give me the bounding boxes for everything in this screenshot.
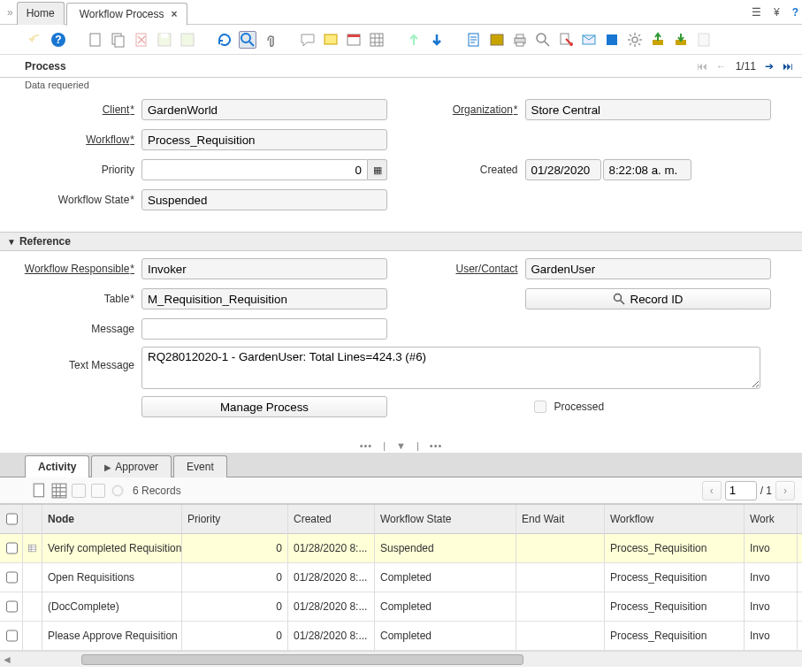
more-icon-left[interactable]: ••• (360, 440, 373, 451)
gear-icon[interactable] (626, 31, 644, 49)
svg-point-12 (241, 34, 250, 42)
collapse-down-icon[interactable]: ¥ (774, 6, 780, 19)
cell-created: 01/28/2020 8:... (288, 592, 375, 621)
attachment-icon[interactable] (262, 31, 279, 49)
table-field[interactable] (141, 288, 387, 309)
message-field[interactable] (141, 318, 387, 340)
col-header-endwait[interactable]: End Wait (516, 505, 605, 533)
record-counter: 1/11 (736, 60, 756, 73)
label-client[interactable]: Client* (18, 103, 141, 116)
refresh-icon[interactable] (216, 31, 233, 49)
table-row[interactable]: Verify completed Requisition001/28/2020 … (0, 534, 802, 563)
detail-edit-icon[interactable] (51, 483, 67, 499)
search-icon[interactable] (239, 31, 256, 49)
label-organization[interactable]: Organization* (401, 103, 525, 116)
row-edit-icon[interactable] (23, 534, 42, 562)
client-field[interactable] (141, 99, 387, 120)
svg-point-27 (632, 37, 638, 42)
child-icon[interactable] (428, 31, 446, 49)
collapse-triangle-icon[interactable]: ▼ (7, 237, 16, 247)
record-count-label: 6 Records (133, 485, 181, 497)
row-edit-icon[interactable] (23, 592, 42, 621)
print-icon[interactable] (511, 31, 529, 49)
row-checkbox[interactable] (0, 534, 23, 562)
grid-icon[interactable] (368, 31, 386, 49)
tab-home[interactable]: Home (17, 2, 65, 25)
cell-state: Suspended (375, 534, 516, 562)
product-icon[interactable] (603, 31, 621, 49)
first-record-icon: ⏮ (697, 60, 707, 73)
row-checkbox[interactable] (0, 622, 23, 650)
reference-section-header[interactable]: ▼ Reference (0, 232, 802, 251)
row-checkbox[interactable] (0, 563, 23, 592)
priority-input[interactable] (141, 159, 368, 180)
scroll-left-icon[interactable]: ◄ (0, 653, 14, 666)
table-row[interactable]: Please Approve Requisition001/28/2020 8:… (0, 622, 802, 651)
col-header-workflow[interactable]: Workflow (605, 505, 745, 533)
row-edit-icon[interactable] (23, 622, 42, 650)
next-record-icon[interactable]: ➔ (765, 60, 774, 73)
text-message-field[interactable]: RQ28012020-1 - GardenUser: Total Lines=4… (141, 347, 760, 389)
export-icon[interactable] (649, 31, 667, 49)
report-icon[interactable] (465, 31, 483, 49)
col-header-checkbox[interactable] (0, 505, 23, 533)
tab-workflow-process[interactable]: Workflow Process × (66, 3, 187, 26)
archive-icon[interactable] (488, 31, 506, 49)
scrollbar-thumb[interactable] (81, 654, 523, 665)
more-icon-right[interactable]: ••• (430, 440, 443, 451)
horizontal-scrollbar[interactable]: ◄ (0, 651, 802, 667)
cell-endwait (516, 592, 605, 621)
organization-field[interactable] (525, 99, 771, 120)
new-icon[interactable] (87, 31, 104, 49)
workflow-responsible-field[interactable] (141, 258, 387, 279)
page-input[interactable] (725, 481, 757, 500)
zoom-icon[interactable] (534, 31, 552, 49)
help-toolbar-icon[interactable]: ? (50, 31, 67, 49)
close-tab-icon[interactable]: × (172, 8, 178, 20)
processed-checkbox[interactable] (534, 401, 546, 413)
record-id-button[interactable]: Record ID (525, 288, 771, 309)
col-header-created[interactable]: Created (288, 505, 375, 533)
label-workflow[interactable]: Workflow* (18, 134, 141, 146)
col-header-state[interactable]: Workflow State (375, 505, 516, 533)
reference-label: Reference (19, 235, 71, 248)
row-edit-icon[interactable] (23, 563, 42, 592)
created-time-field[interactable] (603, 159, 691, 180)
help-icon[interactable]: ? (792, 6, 798, 19)
chat-icon[interactable] (299, 31, 317, 49)
workflow-state-field[interactable] (141, 189, 387, 210)
svg-text:?: ? (55, 34, 61, 46)
label-user-contact[interactable]: User/Contact (401, 263, 525, 275)
import-icon[interactable] (672, 31, 690, 49)
detail-new-icon[interactable] (32, 483, 48, 499)
doc-action-icon[interactable] (557, 31, 575, 49)
label-workflow-responsible[interactable]: Workflow Responsible* (18, 263, 141, 275)
tab-approver-label: Approver (115, 461, 158, 473)
note-icon[interactable] (322, 31, 340, 49)
tab-activity[interactable]: Activity (25, 455, 89, 477)
user-contact-field[interactable] (525, 258, 771, 279)
menu-icon[interactable]: ☰ (752, 6, 761, 19)
col-header-priority[interactable]: Priority (182, 505, 288, 533)
expand-detail-icon[interactable]: ▼ (396, 440, 406, 451)
table-row[interactable]: Open Requisitions001/28/2020 8:...Comple… (0, 563, 802, 592)
save-icon (156, 31, 173, 49)
divider: | (383, 440, 386, 451)
created-date-field[interactable] (525, 159, 601, 180)
row-checkbox[interactable] (0, 592, 23, 621)
csv-icon (695, 31, 713, 49)
calendar-icon[interactable] (345, 31, 363, 49)
expand-left-icon[interactable]: » (7, 6, 13, 19)
col-header-workflow-resp[interactable]: Work (745, 505, 798, 533)
table-row[interactable]: (DocComplete)001/28/2020 8:...CompletedP… (0, 592, 802, 622)
svg-rect-16 (370, 34, 383, 46)
manage-process-button[interactable]: Manage Process (141, 396, 387, 417)
last-record-icon[interactable]: ⏭ (783, 60, 793, 73)
tab-event[interactable]: Event (173, 455, 227, 477)
workflow-field[interactable] (141, 129, 387, 150)
copy-icon[interactable] (110, 31, 127, 49)
calculator-icon[interactable]: ▦ (368, 159, 387, 180)
tab-approver[interactable]: ▶ Approver (91, 455, 172, 477)
request-icon[interactable] (580, 31, 598, 49)
col-header-node[interactable]: Node (42, 505, 182, 533)
